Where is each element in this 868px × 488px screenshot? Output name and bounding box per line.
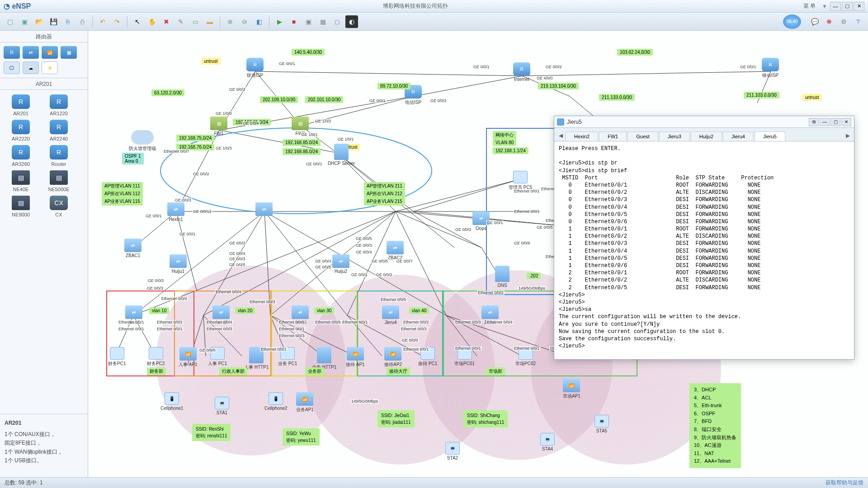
- model-ar1220[interactable]: RAR1220: [45, 94, 72, 116]
- new-icon[interactable]: ▢: [4, 15, 16, 28]
- node-sc-ap1[interactable]: 📶市场AP1: [563, 379, 580, 399]
- node-huiju1[interactable]: ⇄Huiju1: [170, 254, 187, 274]
- node-zbac2[interactable]: ⇄ZBAC2: [387, 241, 404, 260]
- model-router[interactable]: RRouter: [45, 145, 72, 167]
- node-sta4[interactable]: 💻STA4: [540, 433, 555, 451]
- terminal-window[interactable]: Jieru5 ⧉ — ▢ ✕ ◀ Hexin2FW1GuestJieru3Hui…: [554, 116, 854, 360]
- pan-icon[interactable]: ✋: [146, 15, 158, 28]
- terminal-output[interactable]: Please Press ENTER. <Jieru5>dis stp br <…: [554, 141, 854, 359]
- save-icon[interactable]: 💾: [47, 15, 60, 28]
- text-icon[interactable]: ▭: [189, 15, 202, 28]
- capture-icon[interactable]: ▣: [302, 15, 315, 28]
- terminal-minimize-button[interactable]: —: [820, 118, 830, 126]
- help-icon[interactable]: ?: [852, 15, 864, 28]
- node-dhcp[interactable]: DHCP Server: [328, 144, 355, 166]
- note-line: 12、AAA+Telnet: [694, 457, 736, 465]
- node-dns[interactable]: DNS: [495, 266, 509, 288]
- node-hexin1[interactable]: ⇄Hexin1: [167, 202, 184, 222]
- model-ne5000e[interactable]: ▤NE5000E: [45, 170, 72, 192]
- feedback-icon[interactable]: 💬: [808, 15, 821, 28]
- stop-icon[interactable]: ■: [288, 15, 300, 28]
- zoomin-icon[interactable]: ⊕: [224, 15, 236, 28]
- node-jiedai-ap2[interactable]: 📶接待AP2: [384, 347, 402, 368]
- delete-icon[interactable]: ✖: [160, 15, 173, 28]
- menu-label[interactable]: 菜 单: [800, 2, 819, 10]
- node-cellphone2[interactable]: 📱Cellphone2: [264, 392, 288, 411]
- settings-icon[interactable]: ⚙: [837, 15, 850, 28]
- undo-icon[interactable]: ↶: [96, 15, 109, 28]
- window-icon[interactable]: ◻: [331, 15, 344, 28]
- switch-category-icon[interactable]: ⇄: [23, 46, 39, 59]
- node-liantong-isp[interactable]: R联通ISP: [246, 58, 264, 79]
- tabs-next-icon[interactable]: ▶: [843, 130, 852, 141]
- node-jiedai-ap1[interactable]: 📶接待 AP1: [346, 347, 365, 368]
- start-icon[interactable]: ▶: [273, 15, 286, 28]
- wlan-category-icon[interactable]: 📶: [42, 46, 58, 59]
- node-internet[interactable]: RInternet: [513, 62, 530, 82]
- terminal-tab-jieru5[interactable]: Jieru5: [755, 131, 785, 141]
- palette-icon[interactable]: ▬: [203, 15, 216, 28]
- terminal-expand-button[interactable]: ⧉: [809, 118, 819, 126]
- tabs-prev-icon[interactable]: ◀: [556, 130, 565, 141]
- node-fw-mgr[interactable]: 防火墙管理端: [129, 130, 156, 152]
- print-icon[interactable]: ⎙: [76, 15, 89, 28]
- terminal-titlebar[interactable]: Jieru5 ⧉ — ▢ ✕: [554, 116, 854, 128]
- new-topo-icon[interactable]: ▣: [18, 15, 31, 28]
- node-hexin2[interactable]: ⇄: [255, 202, 273, 217]
- menu-dropdown-icon[interactable]: ▼: [822, 3, 827, 9]
- terminal-tab-guest[interactable]: Guest: [627, 131, 658, 141]
- model-ar2240[interactable]: RAR2240: [45, 120, 72, 141]
- pc-category-icon[interactable]: 🖵: [4, 61, 20, 74]
- terminal-tab-jieru4[interactable]: Jieru4: [723, 131, 754, 141]
- node-yidong-isp[interactable]: R移动ISP: [762, 58, 779, 79]
- model-ar3260[interactable]: RAR3260: [7, 145, 34, 167]
- zoomout-icon[interactable]: ⊖: [238, 15, 251, 28]
- toggle-icon[interactable]: ◐: [345, 15, 358, 28]
- node-admin-pc[interactable]: 管理员 PC5: [509, 171, 532, 191]
- broom-icon[interactable]: ✎: [175, 15, 187, 28]
- terminal-tab-huiju2[interactable]: Huiju2: [691, 131, 722, 141]
- close-button[interactable]: ✕: [854, 2, 864, 11]
- node-sta1[interactable]: 💻STA1: [215, 397, 229, 415]
- node-huiju2[interactable]: ⇄Huiju2: [332, 254, 349, 274]
- terminal-tab-jieru3[interactable]: Jieru3: [659, 131, 690, 141]
- connection-category-icon[interactable]: ⚡: [42, 61, 58, 74]
- node-sta5[interactable]: 💻STA5: [594, 415, 609, 433]
- model-cx[interactable]: CXCX: [45, 196, 72, 217]
- pointer-icon[interactable]: ↖: [131, 15, 144, 28]
- cloud-category-icon[interactable]: ☁: [23, 61, 39, 74]
- node-sta2[interactable]: 💻STA2: [445, 442, 460, 460]
- model-ar201[interactable]: RAR201: [7, 94, 34, 116]
- model-ar2220[interactable]: RAR2220: [7, 120, 34, 141]
- huawei-icon[interactable]: ❋: [823, 15, 835, 28]
- node-renshi-ap[interactable]: 📶人事 AP1: [179, 347, 198, 368]
- model-ne40e[interactable]: ▤NE40E: [7, 170, 34, 192]
- port-label: GE 0/0/3: [355, 243, 373, 248]
- bandwidth-label: 149/5G/0Mbps: [518, 286, 546, 291]
- status-help-link[interactable]: 获取帮助与反馈: [826, 479, 863, 487]
- open-icon[interactable]: 📂: [33, 15, 45, 28]
- node-caiwu-pc2[interactable]: 财务PC2: [147, 347, 165, 367]
- firewall-category-icon[interactable]: ▦: [61, 46, 77, 59]
- node-caiwu-pc1[interactable]: 财务PC1: [108, 347, 126, 367]
- minimize-button[interactable]: —: [830, 2, 841, 11]
- router-category-icon[interactable]: R: [4, 46, 20, 59]
- redo-icon[interactable]: ↷: [111, 15, 123, 28]
- port-label: GE 0/0/5: [355, 236, 373, 241]
- node-jieru4[interactable]: ⇄Jieru4: [382, 305, 399, 325]
- node-fw1[interactable]: ▤FW1: [210, 117, 227, 136]
- node-zbac1[interactable]: ⇄ZBAC1: [124, 239, 142, 258]
- fit-icon[interactable]: ◧: [253, 15, 265, 28]
- node-yewu-ap[interactable]: 📶业务AP1: [296, 392, 314, 413]
- terminal-maximize-button[interactable]: ▢: [830, 118, 840, 126]
- saveas-icon[interactable]: ⎘: [61, 15, 74, 28]
- terminal-tab-fw1[interactable]: FW1: [599, 131, 627, 141]
- tag-vlan: vlan 20: [235, 307, 255, 314]
- note-line: 9、防火墙双机热备: [694, 434, 736, 442]
- terminal-tab-hexin2[interactable]: Hexin2: [566, 131, 598, 141]
- grid-icon[interactable]: ▦: [316, 15, 329, 28]
- node-cellphone1[interactable]: 📱Cellphone1: [160, 392, 184, 411]
- terminal-close-button[interactable]: ✕: [841, 118, 851, 126]
- maximize-button[interactable]: ▢: [842, 2, 853, 11]
- model-ne9000[interactable]: ▤NE9000: [7, 196, 34, 217]
